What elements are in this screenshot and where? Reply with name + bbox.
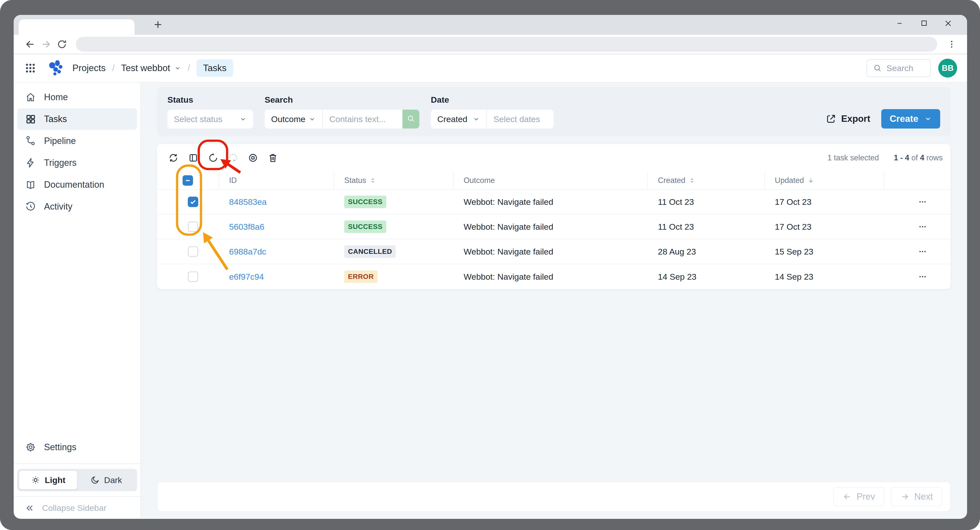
sidebar-item-documentation[interactable]: Documentation	[17, 174, 137, 195]
created-cell: 28 Aug 23	[648, 240, 765, 264]
back-icon[interactable]	[22, 36, 38, 52]
status-select[interactable]: Select status	[167, 109, 253, 129]
maximize-button[interactable]	[918, 17, 930, 29]
breadcrumb-separator: /	[112, 63, 115, 73]
sidebar-spacer	[17, 218, 137, 436]
table-row[interactable]: e6f97c94 ERROR Webbot: Navigate failed 1…	[157, 264, 951, 289]
forward-icon[interactable]	[38, 36, 54, 52]
browser-tab[interactable]	[19, 19, 135, 35]
outcome-cell: Webbot: Navigate failed	[454, 264, 648, 289]
browser-menu-icon[interactable]	[945, 37, 959, 51]
pagination-footer: Prev Next	[157, 481, 951, 512]
apps-grid-icon[interactable]	[24, 62, 37, 75]
breadcrumb-page-tasks[interactable]: Tasks	[197, 59, 233, 77]
sidebar-item-tasks[interactable]: Tasks	[17, 108, 137, 130]
created-cell: 14 Sep 23	[648, 264, 765, 289]
date-field-select[interactable]: Created	[431, 109, 487, 129]
row-checkbox[interactable]	[188, 246, 198, 257]
row-checkbox[interactable]	[188, 271, 198, 282]
stop-icon[interactable]	[243, 148, 263, 168]
prev-label: Prev	[857, 492, 875, 502]
date-range-input[interactable]: Select dates	[487, 109, 554, 129]
column-label: Status	[344, 176, 366, 185]
sidebar-item-label: Settings	[44, 442, 76, 452]
new-tab-button[interactable]: +	[150, 16, 166, 32]
retry-icon[interactable]	[223, 148, 243, 168]
pagination-total: 4	[920, 153, 924, 162]
table-row[interactable]: 5603f8a6 SUCCESS Webbot: Navigate failed…	[157, 214, 951, 240]
updated-cell: 17 Oct 23	[765, 190, 884, 214]
table-row[interactable]: 6988a7dc CANCELLED Webbot: Navigate fail…	[157, 240, 951, 264]
table-row[interactable]: 848583ea SUCCESS Webbot: Navigate failed…	[157, 190, 951, 214]
row-checkbox[interactable]	[188, 222, 198, 232]
column-header-outcome[interactable]: Outcome	[454, 172, 648, 189]
browser-toolbar	[14, 35, 967, 54]
row-menu-icon[interactable]	[918, 247, 928, 257]
collapse-sidebar-button[interactable]: Collapse Sidebar	[17, 501, 137, 513]
search-field-select[interactable]: Outcome	[265, 109, 323, 129]
columns-icon[interactable]	[183, 148, 203, 168]
sidebar-item-activity[interactable]: Activity	[17, 196, 137, 217]
sidebar-item-label: Home	[44, 92, 68, 102]
sidebar-item-pipeline[interactable]: Pipeline	[17, 130, 137, 152]
moon-icon	[90, 475, 100, 485]
chevron-down-icon	[924, 115, 932, 122]
gear-icon	[25, 442, 36, 453]
table-toolbar: 1 task selected 1 - 4 of 4 rows	[157, 144, 951, 172]
export-icon	[826, 114, 836, 124]
task-id-link[interactable]: 5603f8a6	[229, 222, 264, 232]
breadcrumb-project-name: Test webbot	[121, 63, 170, 73]
address-bar[interactable]	[76, 37, 937, 52]
outcome-cell: Webbot: Navigate failed	[454, 214, 648, 239]
column-header-id[interactable]: ID	[219, 172, 334, 189]
sidebar-item-triggers[interactable]: Triggers	[17, 152, 137, 173]
minimize-button[interactable]	[894, 17, 906, 29]
search-filter-group: Search Outcome Contains text...	[265, 95, 419, 129]
reload-icon[interactable]	[54, 36, 70, 52]
rerun-icon[interactable]	[203, 148, 223, 168]
prev-page-button[interactable]: Prev	[833, 487, 885, 506]
task-id-link[interactable]: e6f97c94	[229, 272, 264, 282]
breadcrumb-project-selector[interactable]: Test webbot	[121, 63, 181, 73]
trash-icon[interactable]	[263, 148, 283, 168]
row-menu-icon[interactable]	[918, 197, 928, 207]
column-header-updated[interactable]: Updated	[765, 172, 884, 189]
theme-light-button[interactable]: Light	[19, 471, 77, 489]
sidebar-item-settings[interactable]: Settings	[17, 436, 137, 458]
avatar[interactable]: BB	[938, 59, 957, 78]
status-filter-label: Status	[167, 95, 253, 105]
create-button[interactable]: Create	[881, 109, 940, 129]
app-logo[interactable]	[45, 58, 65, 78]
window-controls	[894, 17, 954, 29]
sidebar-item-label: Pipeline	[44, 136, 76, 146]
column-label: Created	[658, 176, 685, 185]
pagination-summary: 1 - 4 of 4 rows	[894, 153, 943, 162]
row-checkbox[interactable]	[188, 197, 198, 207]
close-button[interactable]	[942, 17, 954, 29]
lightning-icon	[25, 157, 36, 168]
book-icon	[25, 179, 36, 190]
row-checkbox-cell	[157, 190, 219, 214]
sidebar-item-home[interactable]: Home	[17, 87, 137, 108]
export-button[interactable]: Export	[826, 109, 870, 129]
apply-search-button[interactable]	[402, 109, 419, 129]
row-menu-icon[interactable]	[918, 222, 928, 232]
task-id-link[interactable]: 848583ea	[229, 197, 267, 207]
column-header-created[interactable]: Created	[648, 172, 765, 189]
column-label: Outcome	[464, 176, 495, 185]
global-search-input[interactable]: Search	[867, 59, 931, 77]
column-header-status[interactable]: Status	[334, 172, 454, 189]
pipeline-icon	[25, 135, 36, 146]
search-text-input[interactable]: Contains text...	[323, 109, 402, 129]
task-id-link[interactable]: 6988a7dc	[229, 247, 266, 257]
row-menu-icon[interactable]	[918, 272, 928, 282]
arrow-left-icon	[843, 492, 852, 501]
row-checkbox-cell	[157, 264, 219, 289]
collapse-sidebar-label: Collapse Sidebar	[42, 503, 107, 513]
select-all-checkbox[interactable]	[183, 175, 193, 186]
next-page-button[interactable]: Next	[891, 487, 942, 506]
refresh-icon[interactable]	[164, 148, 183, 168]
breadcrumb-projects[interactable]: Projects	[72, 63, 106, 73]
status-badge: SUCCESS	[344, 196, 386, 208]
theme-dark-button[interactable]: Dark	[77, 471, 135, 489]
